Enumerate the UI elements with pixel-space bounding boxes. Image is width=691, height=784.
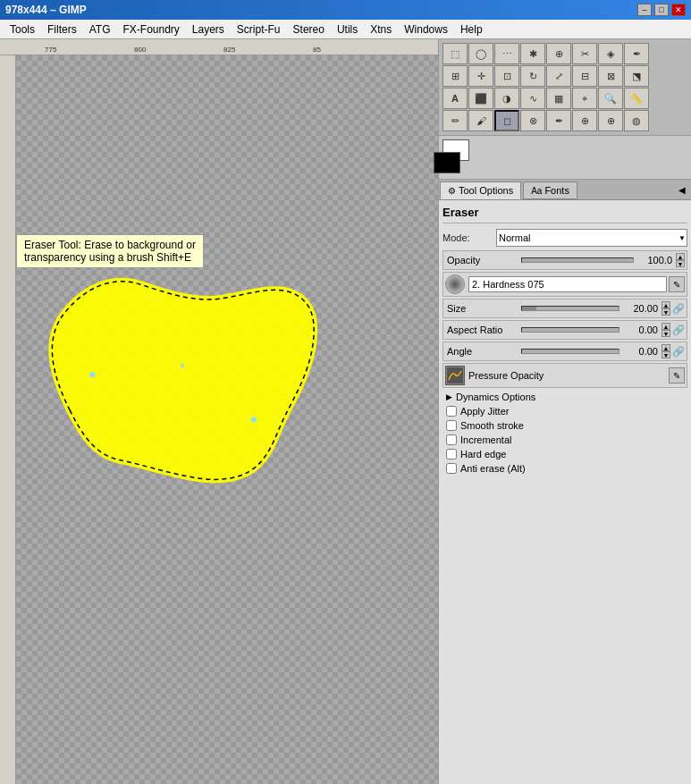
panel-arrow-btn[interactable]: ◀ [673,183,691,197]
aspect-ratio-slider[interactable] [521,327,619,333]
tab-tool-options-label: Tool Options [459,185,513,196]
opacity-spin-down[interactable]: ▼ [676,260,685,267]
dynamics-row: Pressure Opacity ✎ [442,363,687,388]
window-title: 978x444 – GIMP [5,4,87,16]
size-spin-up[interactable]: ▲ [662,301,670,308]
maximize-button[interactable]: □ [654,4,669,16]
canvas-content[interactable]: Eraser Tool: Erase to background or tran… [16,55,438,784]
tool-foreground-select[interactable]: ◈ [598,43,623,64]
tool-text[interactable]: A [442,88,468,109]
tab-tool-options[interactable]: ⚙ Tool Options [440,181,521,199]
tool-color-balance[interactable]: ⬛ [468,88,493,109]
close-button[interactable]: ✕ [671,4,686,16]
angle-row: Angle 0.00 ▲ ▼ 🔗 [442,341,687,361]
tool-levels[interactable]: ▦ [546,88,571,109]
tab-fonts[interactable]: Aa Fonts [523,181,577,199]
size-spinner: ▲ ▼ [662,301,670,316]
mode-select[interactable]: Normal [496,229,687,247]
menu-tools[interactable]: Tools [4,21,41,38]
aspect-ratio-spin-down[interactable]: ▼ [662,330,670,337]
menu-xtns[interactable]: Xtns [364,21,398,38]
brush-preview[interactable] [445,274,465,294]
brush-edit-button[interactable]: ✎ [669,276,685,292]
right-panel: ⬚ ◯ ⋯ ✱ ⊕ ✂ ◈ ✒ ⊞ ✛ ⊡ ↻ ⤢ ⊟ ⊠ ⬔ A ⬛ ◑ [438,39,691,784]
tool-curves[interactable]: ∿ [520,88,545,109]
tool-eraser[interactable]: ◻ [494,110,519,131]
ruler-top: 775 800 825 85 [0,39,438,55]
tool-rect-select[interactable]: ⬚ [442,43,468,64]
size-link-icon[interactable]: 🔗 [672,303,685,315]
menu-filters[interactable]: Filters [41,21,83,38]
foreground-color-swatch[interactable] [434,152,460,173]
dynamics-icon [445,366,465,385]
tool-rotate[interactable]: ↻ [520,65,545,87]
size-label: Size [445,303,521,314]
opacity-spin-up[interactable]: ▲ [676,253,685,260]
menu-atg[interactable]: ATG [83,21,117,38]
size-slider[interactable] [521,306,619,311]
tool-flip[interactable]: ⬔ [624,65,649,87]
menu-utils[interactable]: Utils [331,21,364,38]
tool-by-color[interactable]: ⊕ [546,43,571,64]
tool-color-picker[interactable]: ⌖ [572,88,597,109]
tool-align[interactable]: ⊞ [442,65,468,87]
opacity-slider[interactable] [521,257,634,263]
menu-fx-foundry[interactable]: FX-Foundry [116,21,185,38]
angle-slider[interactable] [521,349,619,354]
incremental-checkbox[interactable] [446,434,457,445]
smooth-stroke-row: Smooth stroke [442,418,687,433]
tool-path[interactable]: ✒ [624,43,649,64]
tool-free-select[interactable]: ⋯ [494,43,519,64]
dynamics-edit-button[interactable]: ✎ [669,367,685,384]
tool-scale[interactable]: ⤢ [546,65,571,87]
tool-airbrush[interactable]: ⊗ [520,110,545,131]
minimize-button[interactable]: – [637,4,652,16]
tool-heal[interactable]: ⊕ [598,110,623,131]
brush-row: ✎ [442,272,687,297]
opacity-spinner: ▲ ▼ [676,253,685,267]
ruler-tick-825: 825 [223,46,235,54]
tool-scissors[interactable]: ✂ [572,43,597,64]
menu-help[interactable]: Help [454,21,489,38]
angle-value: 0.00 [619,346,660,357]
tool-ink[interactable]: ✒ [546,110,571,131]
menu-windows[interactable]: Windows [398,21,454,38]
tool-perspective-clone[interactable]: ◍ [624,110,649,131]
window-controls: – □ ✕ [637,4,686,16]
aspect-ratio-spin-up[interactable]: ▲ [662,323,670,330]
angle-link-icon[interactable]: 🔗 [672,346,685,358]
tool-measure[interactable]: 📏 [624,88,649,109]
angle-spin-down[interactable]: ▼ [662,351,670,358]
tool-brightness[interactable]: ◑ [494,88,519,109]
title-bar: 978x444 – GIMP – □ ✕ [0,0,691,20]
dynamics-options-arrow-icon: ▶ [446,392,452,401]
brush-name-input[interactable] [468,276,667,292]
tool-options-content: Eraser Mode: Normal ▼ Opacity 100.0 ▲ ▼ [439,200,691,784]
canvas-area[interactable]: 775 800 825 85 Eraser Tool: Erase to bac… [0,39,438,784]
aspect-ratio-spinner: ▲ ▼ [662,323,670,337]
smooth-stroke-checkbox[interactable] [446,420,457,431]
tool-fuzzy-select[interactable]: ✱ [520,43,545,64]
aspect-ratio-link-icon[interactable]: 🔗 [672,325,685,336]
tool-shear[interactable]: ⊟ [572,65,597,87]
tool-pencil[interactable]: ✏ [442,110,468,131]
tooltip-line2: transparency using a brush Shift+E [24,251,196,264]
tool-paintbrush[interactable]: 🖌 [468,110,493,131]
menu-script-fu[interactable]: Script-Fu [231,21,287,38]
menu-stereo[interactable]: Stereo [287,21,331,38]
aspect-ratio-row: Aspect Ratio 0.00 ▲ ▼ 🔗 [442,320,687,340]
size-spin-down[interactable]: ▼ [662,308,670,316]
opacity-label: Opacity [445,255,521,266]
tool-magnify[interactable]: 🔍 [598,88,623,109]
tool-perspective[interactable]: ⊠ [598,65,623,87]
menu-layers[interactable]: Layers [186,21,231,38]
hard-edge-checkbox[interactable] [446,449,457,459]
angle-spin-up[interactable]: ▲ [662,344,670,351]
anti-erase-checkbox[interactable] [446,463,457,474]
tool-clone[interactable]: ⊕ [572,110,597,131]
apply-jitter-checkbox[interactable] [446,406,457,417]
tool-crop[interactable]: ⊡ [494,65,519,87]
tool-ellipse-select[interactable]: ◯ [468,43,493,64]
tool-move[interactable]: ✛ [468,65,493,87]
dynamics-options-row[interactable]: ▶ Dynamics Options [442,390,687,404]
